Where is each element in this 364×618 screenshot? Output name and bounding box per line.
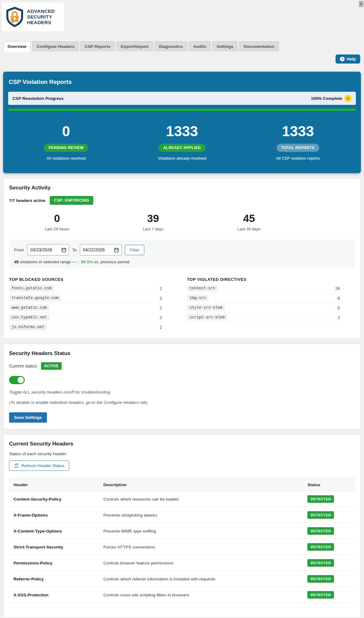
detected-status-badge: DETECTED — [307, 543, 334, 551]
csp-resolution-progress-header: CSP Resolution Progress 100% Complete ★ — [8, 92, 356, 105]
column-header: Status — [303, 479, 355, 491]
violated-directive-row: img-src 8 — [187, 293, 340, 303]
blocked-source-row: fonts.gstatic.com 2 — [9, 284, 162, 293]
source-name: fonts.gstatic.com — [9, 285, 54, 291]
plugin-logo: ADVANCED SECURITY HEADERS — [2, 3, 64, 31]
header-description: Prevents clickjacking attacks — [99, 507, 303, 523]
source-count: 2 — [160, 325, 162, 330]
source-count: 2 — [160, 315, 162, 320]
top-blocked-sources: TOP BLOCKED SOURCES fonts.gstatic.com 2 … — [9, 277, 162, 332]
panel-title: CSP Violation Reports — [8, 77, 356, 85]
help-row: ? Help — [0, 54, 360, 64]
directive-name: img-src — [187, 295, 209, 301]
current-security-headers-card: Current Security Headers Status of each … — [3, 434, 361, 618]
activity-stats-row: 0 Last 24 hours 39 Last 7 days 45 Last 3… — [9, 213, 297, 231]
broken-image-icon — [359, 1, 363, 7]
detected-status-badge: DETECTED — [307, 495, 334, 503]
violated-directive-row: connect-src 28 — [187, 284, 340, 293]
stat-value: 1333 — [124, 124, 240, 138]
table-row: X-XSS-Protection Controls cross-site scr… — [9, 587, 355, 603]
logo-wordmark: ADVANCED SECURITY HEADERS — [27, 8, 55, 25]
current-status-label: Current status: — [9, 363, 38, 368]
csp-stat: 1333 ALREADY APPLIED Violations already … — [124, 124, 240, 161]
blocked-source-row: www.gstatic.com 2 — [9, 303, 162, 313]
table-row: X-Content-Type-Options Prevents MIME typ… — [9, 523, 355, 539]
section-title: Current Security Headers — [9, 441, 355, 447]
stat-value: 45 — [201, 213, 297, 224]
progress-bar-fill — [8, 109, 356, 111]
directive-name: script-src-elem — [187, 314, 228, 321]
directive-name: connect-src — [187, 285, 218, 291]
directive-name: style-src-elem — [187, 305, 225, 311]
violated-directive-row: style-src-elem 5 — [187, 303, 340, 313]
header-description: Controls which resources can be loaded — [99, 491, 303, 507]
table-row: Content-Security-Policy Controls which r… — [9, 491, 355, 507]
nav-tab[interactable]: Settings — [212, 41, 238, 51]
active-status-badge: ACTIVE — [41, 362, 62, 370]
nav-tab[interactable]: Diagnostics — [155, 41, 187, 51]
list-heading: TOP VIOLATED DIRECTIVES — [187, 277, 340, 282]
nav-tab[interactable]: Configure Headers — [32, 41, 79, 51]
refresh-header-status-button[interactable]: Refresh Header Status — [9, 461, 69, 471]
section-subtitle: Status of each security header: — [9, 451, 355, 456]
shield-lock-icon — [6, 7, 24, 27]
stat-value: 0 — [9, 213, 105, 224]
security-activity-card: Security Activity 7/7 headers active CSP… — [3, 178, 361, 339]
from-date-input[interactable]: 03/23/2026 — [27, 244, 69, 255]
to-date-input[interactable]: 04/22/2026 — [80, 244, 122, 255]
stat-caption: Violations already resolved — [124, 156, 240, 161]
header-description: Forces HTTPS connections — [99, 539, 303, 555]
header-name: X-Frame-Options — [9, 507, 99, 523]
nav-tabs: OverviewConfigure HeadersCSP ReportsExpo… — [3, 41, 364, 51]
header-description: Prevents MIME type sniffing — [99, 523, 303, 539]
nav-tab[interactable]: Export/Import — [116, 41, 153, 51]
filter-summary: 45 violations in selected range — ↓ 96.5… — [14, 260, 350, 264]
from-label: From — [14, 248, 24, 252]
directive-count: 28 — [335, 286, 340, 291]
progress-track — [8, 109, 356, 111]
source-name: js.hsforms.net — [9, 324, 47, 330]
nav-tab[interactable]: Documentation — [239, 41, 279, 51]
configure-note: (To disable or enable individual headers… — [9, 400, 355, 405]
source-count: 2 — [160, 306, 162, 310]
source-count: 2 — [160, 296, 162, 301]
help-button[interactable]: ? Help — [336, 54, 360, 64]
security-headers-status-card: Security Headers Status Current status: … — [3, 344, 361, 429]
all-headers-toggle[interactable] — [9, 376, 25, 384]
top-violated-directives: TOP VIOLATED DIRECTIVES connect-src 28 i… — [187, 277, 340, 332]
calendar-icon — [62, 248, 66, 252]
csp-stats-row: 0 PENDING REVIEW All violations resolved… — [8, 124, 356, 161]
csp-enforcing-badge: CSP: ENFORCING — [50, 196, 93, 205]
stat-caption: Last 7 days — [105, 227, 201, 231]
save-settings-button[interactable]: Save Settings — [9, 412, 47, 423]
header-name: Content-Security-Policy — [9, 491, 99, 507]
directive-count: 5 — [337, 306, 340, 310]
activity-stat: 0 Last 24 hours — [9, 213, 105, 231]
headers-status-table: Header Description Status Content-Securi… — [9, 478, 355, 603]
nav-tab[interactable]: Audits — [189, 41, 211, 51]
header-description: Controls cross-site scripting filters in… — [99, 587, 303, 603]
nav-tab[interactable]: Overview — [3, 41, 31, 52]
header-description: Controls which referrer information is i… — [99, 571, 303, 587]
header-name: Permissions-Policy — [9, 555, 99, 571]
blocked-source-row: translate.google.com 2 — [9, 293, 162, 303]
stat-caption: All CSP violation reports — [240, 156, 356, 161]
detected-status-badge: DETECTED — [307, 511, 334, 519]
section-title: Security Activity — [9, 185, 355, 191]
table-row: Permissions-Policy Controls browser feat… — [9, 555, 355, 571]
source-name: use.typekit.net — [9, 314, 49, 321]
to-label: To — [72, 248, 77, 252]
table-header-row: Header Description Status — [9, 479, 355, 491]
progress-label: CSP Resolution Progress — [13, 96, 64, 101]
question-icon: ? — [340, 57, 345, 61]
stat-value: 0 — [8, 124, 124, 138]
section-title: Security Headers Status — [9, 350, 355, 357]
stat-badge: PENDING REVIEW — [44, 144, 88, 152]
nav-tab[interactable]: CSP Reports — [80, 41, 115, 51]
refresh-icon — [14, 463, 19, 468]
csp-stat: 0 PENDING REVIEW All violations resolved — [8, 124, 124, 161]
progress-percent-text: 100% Complete — [311, 96, 342, 101]
filter-button[interactable]: Filter — [125, 245, 144, 255]
stat-caption: Last 24 hours — [9, 227, 105, 231]
activity-stat: 45 Last 30 days — [201, 213, 297, 231]
